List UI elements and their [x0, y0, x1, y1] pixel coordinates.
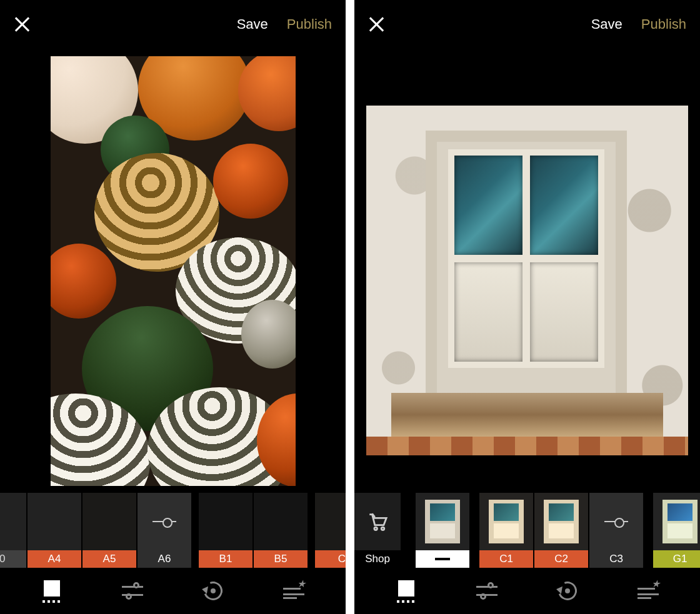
filter-thumb	[479, 493, 533, 550]
editor-screen-left: Save Publish 10 A4 A5	[0, 0, 346, 614]
edited-photo	[51, 56, 296, 486]
filter-thumb	[82, 493, 136, 550]
top-bar: Save Publish	[354, 0, 700, 49]
adjust-tab[interactable]	[116, 574, 149, 608]
filter-label: C	[315, 550, 346, 568]
filter-preset[interactable]: 10	[0, 493, 26, 568]
save-button[interactable]: Save	[237, 16, 268, 32]
shop-button[interactable]: Shop	[354, 493, 401, 568]
filter-preset[interactable]: A6	[138, 493, 191, 568]
sliders-icon	[122, 582, 143, 600]
filter-preset-original[interactable]	[416, 493, 469, 568]
close-icon[interactable]	[14, 16, 30, 32]
filter-label: A5	[82, 550, 136, 568]
filter-strip[interactable]: Shop C1 C2 C3	[354, 493, 700, 568]
filter-label: C3	[589, 550, 643, 568]
filter-label: G1	[653, 550, 700, 568]
close-icon[interactable]	[368, 16, 384, 32]
filter-preset[interactable]: A5	[82, 493, 136, 568]
filter-thumb	[199, 493, 252, 550]
image-canvas[interactable]	[354, 49, 700, 493]
edited-photo	[366, 106, 688, 455]
filter-preset[interactable]: C1	[479, 493, 533, 568]
filter-label: B1	[199, 550, 252, 568]
presets-tab[interactable]	[389, 574, 423, 608]
filter-label: C1	[479, 550, 533, 568]
cart-icon	[354, 493, 401, 550]
presets-icon	[397, 580, 416, 602]
filter-preset[interactable]: B5	[254, 493, 308, 568]
svg-point-0	[374, 527, 378, 530]
save-button[interactable]: Save	[591, 16, 622, 32]
undo-tab[interactable]	[551, 574, 584, 608]
presets-icon	[42, 580, 61, 602]
recipe-tab[interactable]: ★	[631, 574, 665, 608]
filter-thumb	[534, 493, 588, 550]
bottom-toolbar: ★	[354, 568, 700, 614]
slider-icon	[604, 521, 628, 522]
filter-thumb	[0, 493, 26, 550]
filter-thumb	[416, 493, 469, 550]
editor-screen-right: Save Publish Shop	[354, 0, 700, 614]
filter-thumb	[138, 493, 191, 550]
slider-icon	[152, 521, 176, 522]
recipe-tab[interactable]: ★	[277, 574, 311, 608]
top-bar: Save Publish	[0, 0, 346, 49]
filter-label: B5	[254, 550, 308, 568]
filter-label: A4	[28, 550, 81, 568]
undo-icon	[557, 580, 578, 602]
filter-preset[interactable]: B1	[199, 493, 252, 568]
svg-point-1	[381, 527, 384, 530]
filter-thumb	[589, 493, 643, 550]
filter-label: 10	[0, 550, 26, 568]
filter-thumb	[315, 493, 346, 550]
recipe-icon: ★	[638, 582, 659, 600]
bottom-toolbar: ★	[0, 568, 346, 614]
filter-thumb	[28, 493, 81, 550]
publish-button[interactable]: Publish	[287, 16, 332, 32]
filter-label: Shop	[354, 550, 401, 568]
filter-thumb	[653, 493, 700, 550]
filter-label: A6	[138, 550, 191, 568]
filter-preset[interactable]: C3	[589, 493, 643, 568]
undo-icon	[202, 580, 224, 602]
filter-preset[interactable]: C	[315, 493, 346, 568]
filter-preset[interactable]: A4	[28, 493, 81, 568]
presets-tab[interactable]	[35, 574, 69, 608]
filter-preset[interactable]: C2	[534, 493, 588, 568]
recipe-icon: ★	[283, 582, 304, 600]
adjust-tab[interactable]	[470, 574, 504, 608]
sliders-icon	[476, 582, 498, 600]
filter-thumb	[254, 493, 308, 550]
filter-label: C2	[534, 550, 588, 568]
filter-preset[interactable]: G1	[653, 493, 700, 568]
filter-strip[interactable]: 10 A4 A5 A6 B1 B5	[0, 493, 346, 568]
image-canvas[interactable]	[0, 49, 346, 493]
publish-button[interactable]: Publish	[641, 16, 686, 32]
undo-tab[interactable]	[196, 574, 230, 608]
filter-label	[416, 550, 469, 568]
dash-icon	[435, 558, 450, 560]
